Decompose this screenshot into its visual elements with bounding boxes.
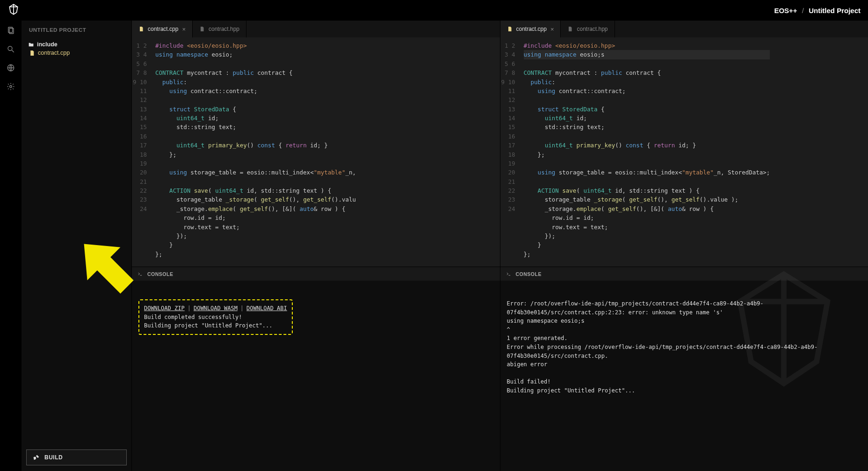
file-icon: [567, 26, 573, 32]
breadcrumb-separator: /: [802, 7, 804, 14]
tab-contract-hpp[interactable]: contract.hpp: [193, 21, 246, 37]
app-logo: [7, 3, 20, 17]
console-line: Building project "Untitled Project"...: [144, 321, 287, 330]
code-editor-right[interactable]: 1 2 3 4 5 6 7 8 9 10 11 12 13 14 15 16 1…: [500, 37, 868, 267]
build-label: BUILD: [44, 454, 63, 461]
tab-contract-hpp[interactable]: contract.hpp: [561, 21, 615, 37]
code-editor-left[interactable]: 1 2 3 4 5 6 7 8 9 10 11 12 13 14 15 16 1…: [132, 37, 500, 267]
console-label: CONSOLE: [147, 271, 173, 277]
file-label: contract.cpp: [38, 50, 70, 56]
editor-pane-left: contract.cpp × contract.hpp 1 2 3 4 5 6 …: [131, 21, 500, 471]
globe-icon[interactable]: [7, 64, 15, 72]
tab-label: contract.hpp: [209, 26, 239, 32]
breadcrumb-parent[interactable]: EOS++: [774, 7, 797, 14]
console-label: CONSOLE: [516, 271, 542, 277]
download-abi-link[interactable]: DOWNLOAD ABI: [246, 305, 287, 312]
tab-label: contract.cpp: [516, 26, 547, 32]
folder-label: include: [37, 41, 58, 48]
console-line: Build completed successfully!: [144, 313, 287, 322]
files-icon[interactable]: [7, 26, 15, 35]
console-output-right: Error: /root/overflow-ide-api/tmp_projec…: [500, 281, 868, 471]
tree-file-contract-cpp[interactable]: contract.cpp: [27, 49, 127, 57]
tools-icon: [33, 454, 40, 461]
breadcrumb-current[interactable]: Untitled Project: [809, 7, 861, 14]
tab-label: contract.cpp: [148, 26, 178, 32]
download-highlight: DOWNLOAD ZIP|DOWNLOAD WASM|DOWNLOAD ABI …: [138, 299, 293, 335]
tab-contract-cpp[interactable]: contract.cpp ×: [500, 21, 561, 37]
tab-label: contract.hpp: [577, 26, 608, 32]
activity-bar: [0, 21, 22, 471]
file-icon: [29, 50, 35, 56]
svg-point-5: [10, 86, 12, 88]
gear-icon[interactable]: [7, 82, 15, 91]
file-icon: [199, 26, 205, 32]
terminal-icon: [137, 271, 143, 276]
tab-contract-cpp[interactable]: contract.cpp ×: [132, 21, 193, 37]
project-title: UNTITLED PROJECT: [26, 27, 127, 33]
close-icon[interactable]: ×: [550, 26, 554, 33]
search-icon[interactable]: [7, 45, 15, 53]
svg-point-2: [8, 46, 12, 51]
tab-bar-right: contract.cpp × contract.hpp: [500, 21, 868, 37]
file-icon: [507, 26, 513, 32]
download-links: DOWNLOAD ZIP|DOWNLOAD WASM|DOWNLOAD ABI: [144, 304, 287, 313]
folder-icon: [28, 42, 34, 48]
build-button[interactable]: BUILD: [26, 449, 127, 465]
tab-bar-left: contract.cpp × contract.hpp: [132, 21, 500, 37]
console-header-right[interactable]: CONSOLE: [500, 267, 868, 281]
download-zip-link[interactable]: DOWNLOAD ZIP: [144, 305, 185, 312]
file-icon: [138, 26, 144, 32]
file-tree: include contract.cpp: [26, 40, 127, 57]
download-wasm-link[interactable]: DOWNLOAD WASM: [194, 305, 238, 312]
file-explorer: UNTITLED PROJECT include contract.cpp BU…: [22, 21, 131, 471]
console-header-left[interactable]: CONSOLE: [132, 267, 500, 281]
svg-line-3: [12, 50, 14, 52]
editor-pane-right: contract.cpp × contract.hpp 1 2 3 4 5 6 …: [500, 21, 868, 471]
terminal-icon: [506, 271, 511, 276]
console-output-left: DOWNLOAD ZIP|DOWNLOAD WASM|DOWNLOAD ABI …: [132, 281, 500, 471]
tree-folder-include[interactable]: include: [26, 40, 127, 49]
close-icon[interactable]: ×: [182, 26, 186, 33]
app-header: EOS++ / Untitled Project: [0, 0, 868, 21]
breadcrumb: EOS++ / Untitled Project: [774, 7, 861, 14]
